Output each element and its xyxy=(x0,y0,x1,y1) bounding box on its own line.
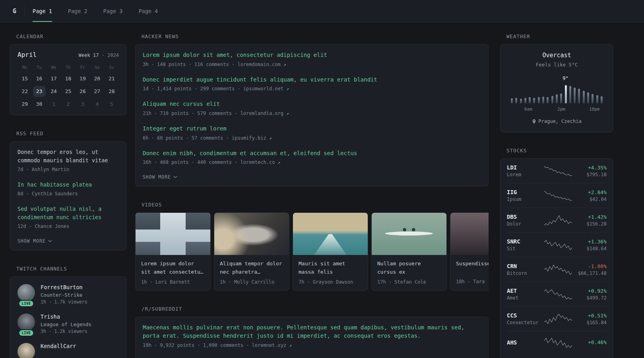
calendar-day[interactable]: 27 xyxy=(91,86,103,97)
video-title[interactable]: Nullam posuere cursus ex xyxy=(377,260,441,276)
calendar-day[interactable]: 21 xyxy=(106,74,118,84)
hn-item-title[interactable]: Donec enim nibh, condimentum et accumsan… xyxy=(143,149,481,158)
calendar-day[interactable]: 30 xyxy=(33,99,45,109)
stock-row[interactable]: IIG Ipsum +2.84% $42.04 xyxy=(507,183,607,208)
calendar-day[interactable]: 19 xyxy=(77,74,89,84)
chevron-down-icon xyxy=(48,240,52,242)
calendar-day[interactable]: 20 xyxy=(91,74,103,84)
hn-item-title[interactable]: Aliquam nec cursus elit xyxy=(143,100,481,109)
channel-name[interactable]: KendallCarr xyxy=(41,343,76,349)
hn-item-domain[interactable]: loremdomain.com xyxy=(237,62,280,67)
stock-sparkline xyxy=(544,190,572,202)
video-thumbnail[interactable] xyxy=(214,213,289,255)
stock-row[interactable]: LDI Lorem +4.35% $795.18 xyxy=(507,159,607,183)
reddit-post-domain[interactable]: loremnet.xyz xyxy=(252,342,287,348)
tab-page-1[interactable]: Page 1 xyxy=(33,0,52,22)
calendar-day-next-month[interactable]: 5 xyxy=(106,99,118,109)
rss-item-title[interactable]: Donec tempor eros leo, ut commodo mauris… xyxy=(17,148,119,165)
hn-item-title[interactable]: Integer eget rutrum lorem xyxy=(143,125,481,133)
video-card[interactable]: Lorem ipsum dolor sit amet consectetu… 1… xyxy=(135,212,211,290)
video-card[interactable]: Suspendisse diam 18h · Tara xyxy=(450,212,489,290)
video-thumbnail[interactable] xyxy=(450,213,489,255)
stock-row[interactable]: CCS Consectetur +0.51% $165.84 xyxy=(507,307,607,331)
calendar-day[interactable]: 24 xyxy=(48,86,60,97)
stock-price: $42.04 xyxy=(572,197,607,202)
channel-name[interactable]: ForrestBurton xyxy=(41,284,87,290)
calendar-day[interactable]: 17 xyxy=(48,74,60,84)
video-meta: 1h · Lori Barnett xyxy=(141,279,205,285)
video-title[interactable]: Mauris sit amet massa felis xyxy=(299,260,362,276)
twitch-channel[interactable]: KendallCarr xyxy=(17,343,119,358)
rss-show-more-button[interactable]: SHOW MORE xyxy=(17,238,52,244)
stock-sparkline xyxy=(544,288,572,300)
reddit-post-meta: 19h · 9,932 points · 1,090 comments · lo… xyxy=(143,342,481,348)
calendar-day[interactable]: 18 xyxy=(62,74,74,84)
navbar-divider xyxy=(24,7,25,16)
hackernews-panel: Lorem ipsum dolor sit amet, consectetur … xyxy=(135,44,489,187)
avatar xyxy=(17,284,35,302)
weekday-header: We xyxy=(47,64,61,71)
rss-item-meta: 8d · Cynthia Saunders xyxy=(17,191,119,197)
calendar-day[interactable]: 29 xyxy=(19,99,31,109)
calendar-day-next-month[interactable]: 4 xyxy=(91,99,103,109)
stock-row[interactable]: AHS +0.46% xyxy=(507,331,607,354)
stock-row[interactable]: DBS Dolor +1.42% $156.28 xyxy=(507,208,607,233)
weather-hour-bar xyxy=(524,98,526,103)
reddit-post-title[interactable]: Maecenas mollis pulvinar erat non posuer… xyxy=(143,323,481,340)
video-title[interactable]: Lorem ipsum dolor sit amet consectetu… xyxy=(141,260,205,276)
external-link-icon: ↗ xyxy=(283,62,286,67)
stock-symbol: LDI xyxy=(507,164,543,171)
rss-item-title[interactable]: Sed volutpat nulla nisl, a condimentum n… xyxy=(17,205,119,222)
hn-item: Donec enim nibh, condimentum et accumsan… xyxy=(143,149,481,165)
weather-current-temp: 9° xyxy=(563,76,568,81)
hn-item-title[interactable]: Donec imperdiet augue tincidunt felis al… xyxy=(143,76,481,84)
video-title[interactable]: Aliquam tempor dolor nec pharetra… xyxy=(220,260,283,276)
weather-location[interactable]: Prague, Czechia xyxy=(508,119,606,124)
twitch-channel[interactable]: LIVE Trisha League of Legends 3h · 1.2k … xyxy=(17,313,119,334)
video-card[interactable]: Aliquam tempor dolor nec pharetra… 1h · … xyxy=(214,212,289,290)
calendar-month: April xyxy=(17,51,37,58)
app-logo[interactable]: G xyxy=(10,8,19,15)
calendar-day[interactable]: 28 xyxy=(106,86,118,97)
calendar-day[interactable]: 25 xyxy=(62,86,74,97)
tab-page-4[interactable]: Page 4 xyxy=(138,0,158,22)
stock-row[interactable]: SNRC Sit +1.36% $148.64 xyxy=(507,233,607,257)
weather-feels-like: Feels like 5°C xyxy=(508,62,606,68)
chevron-down-icon xyxy=(173,176,177,178)
video-thumbnail[interactable] xyxy=(136,213,210,255)
channel-avatar-wrap: LIVE xyxy=(17,284,35,305)
channel-name[interactable]: Trisha xyxy=(41,313,91,320)
weather-time-label: 6am xyxy=(524,107,532,112)
calendar-day-selected[interactable]: 23 xyxy=(33,86,45,97)
hn-item-domain[interactable]: ipsumify.biz xyxy=(232,135,266,141)
hn-item-domain[interactable]: ipsumworld.net xyxy=(243,86,283,91)
live-badge: LIVE xyxy=(18,329,34,337)
video-card[interactable]: Nullam posuere cursus ex 17h · Stefan Co… xyxy=(371,212,447,290)
hn-show-more-button[interactable]: SHOW MORE xyxy=(143,174,177,180)
hn-item-domain[interactable]: loremlandia.org xyxy=(241,111,283,116)
stock-row[interactable]: AET Amet +0.92% $499.72 xyxy=(507,282,607,307)
twitch-widget: TWITCH CHANNELS LIVE ForrestBurton Count… xyxy=(10,266,126,358)
hn-item-domain[interactable]: loremtech.co xyxy=(241,160,275,165)
calendar-day[interactable]: 26 xyxy=(77,86,89,97)
tab-page-3[interactable]: Page 3 xyxy=(103,0,123,22)
tab-page-2[interactable]: Page 2 xyxy=(68,0,87,22)
video-thumbnail[interactable] xyxy=(293,213,368,255)
calendar-day[interactable]: 15 xyxy=(19,74,31,84)
video-title[interactable]: Suspendisse diam xyxy=(456,260,489,276)
stock-name: Lorem xyxy=(507,172,543,177)
calendar-day[interactable]: 16 xyxy=(33,74,45,84)
stock-row[interactable]: CRN Bitcorn -1.00% $66,171.48 xyxy=(507,257,607,282)
twitch-panel: LIVE ForrestBurton Counter-Strike 1h · 1… xyxy=(10,276,126,358)
calendar-day[interactable]: 22 xyxy=(19,86,31,97)
video-card[interactable]: Mauris sit amet massa felis 7h · Grayson… xyxy=(293,212,368,290)
hn-item-title[interactable]: Lorem ipsum dolor sit amet, consectetur … xyxy=(143,51,481,60)
twitch-channel[interactable]: LIVE ForrestBurton Counter-Strike 1h · 1… xyxy=(17,284,119,305)
calendar-day-next-month[interactable]: 2 xyxy=(62,99,74,109)
rss-item-title[interactable]: In hac habitasse platea xyxy=(17,181,119,189)
calendar-day-next-month[interactable]: 3 xyxy=(77,99,89,109)
video-carousel: Lorem ipsum dolor sit amet consectetu… 1… xyxy=(135,212,489,290)
calendar-day-next-month[interactable]: 1 xyxy=(48,99,60,109)
stock-price: $499.72 xyxy=(572,295,607,301)
video-thumbnail[interactable] xyxy=(372,213,446,255)
